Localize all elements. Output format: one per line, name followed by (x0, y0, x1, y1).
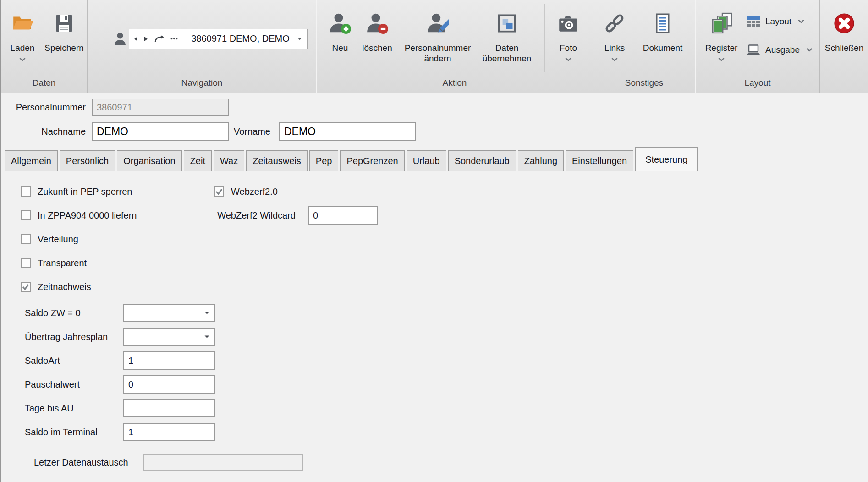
tab-urlaub[interactable]: Urlaub (407, 150, 446, 171)
field-row: Pauschalwert (25, 375, 868, 394)
ribbon-group-layout: Register Layout (696, 0, 819, 93)
neu-label: Neu (332, 43, 348, 53)
close-icon (833, 11, 856, 36)
nav-ellipsis-icon[interactable] (170, 38, 178, 40)
user-remove-icon (366, 11, 389, 36)
tab-sonderurlaub[interactable]: Sonderurlaub (448, 150, 516, 171)
group-label-layout: Layout (696, 77, 819, 93)
checkbox-label: Zeitnachweis (38, 282, 91, 292)
ribbon: Laden (1, 0, 868, 93)
saldo-im-terminal-input[interactable] (123, 423, 215, 441)
combo-arrow-icon[interactable] (204, 335, 209, 338)
save-icon (53, 11, 75, 36)
personalnummer-field (92, 99, 229, 116)
nachname-label: Nachname (1, 122, 86, 141)
daten-uebernehmen-label: Daten übernehmen (478, 43, 536, 64)
ribbon-group-sonstiges: Links (593, 0, 695, 93)
laden-button[interactable]: Laden (4, 0, 41, 77)
tab-zeit[interactable]: Zeit (184, 150, 212, 171)
pauschalwert-input[interactable] (123, 375, 215, 394)
nav-previous-icon[interactable] (134, 36, 138, 42)
monitor-icon (746, 44, 761, 55)
user-edit-icon (426, 11, 449, 36)
chevron-down-icon (565, 55, 571, 59)
checkbox-label: In ZPPA904 0000 liefern (38, 210, 137, 221)
register-label: Register (705, 43, 738, 53)
tage-bis-au-label: Tage bis AU (25, 403, 123, 414)
camera-icon (557, 11, 580, 36)
links-button[interactable]: Links (595, 0, 634, 77)
webzerf2-checkbox[interactable] (214, 186, 224, 197)
vorname-field[interactable] (279, 122, 416, 141)
layout-button[interactable]: Layout (746, 14, 813, 29)
layout-label: Layout (765, 16, 791, 27)
webzerf2-wildcard-label: WebZerf2 Wildcard (209, 210, 296, 221)
grid-icon (746, 16, 761, 27)
daten-uebernehmen-button[interactable]: Daten übernehmen (478, 0, 536, 77)
tab-allgemein[interactable]: Allgemein (5, 150, 58, 171)
ribbon-group-navigation: 3860971 DEMO, DEMO Navigation (88, 0, 316, 93)
record-navigator[interactable]: 3860971 DEMO, DEMO (129, 29, 308, 49)
saldoart-input[interactable] (123, 351, 215, 370)
checkmark-icon (22, 284, 29, 290)
neu-button[interactable]: Neu (323, 0, 357, 77)
zeitnachweis-checkbox[interactable] (21, 282, 31, 292)
tab-organisation[interactable]: Organisation (117, 150, 181, 171)
tab-steuerung[interactable]: Steuerung (635, 147, 698, 171)
webzerf2-wildcard-input[interactable] (308, 206, 378, 225)
link-icon (603, 11, 626, 36)
zppa904-checkbox[interactable] (21, 210, 31, 220)
tage-bis-au-input[interactable] (123, 399, 215, 417)
ausgabe-button[interactable]: Ausgabe (746, 42, 813, 58)
tab-pep[interactable]: Pep (309, 150, 339, 171)
ribbon-group-daten: Laden (1, 0, 87, 93)
chevron-down-icon (611, 55, 618, 59)
group-label-sonstiges: Sonstiges (593, 77, 695, 93)
group-label-aktion: Aktion (317, 77, 593, 93)
group-label-empty (820, 77, 868, 93)
field-row: Saldo im Terminal (25, 423, 868, 441)
chevron-down-icon (806, 48, 813, 52)
schliessen-button[interactable]: Schließen (820, 0, 868, 77)
steuerung-panel: Zukunft in PEP sperren Webzerf2.0 In ZPP… (1, 171, 868, 471)
register-pages-icon (709, 11, 734, 36)
field-row: Saldo ZW = 0 (25, 304, 868, 322)
dropdown-arrow-icon[interactable] (297, 37, 302, 40)
personalnummer-aendern-button[interactable]: Personalnummer ändern (397, 0, 478, 77)
saldo-im-terminal-label: Saldo im Terminal (25, 427, 123, 438)
verteilung-checkbox[interactable] (21, 234, 31, 244)
checkmark-icon (215, 188, 223, 195)
personalnummer-label: Personalnummer (1, 99, 86, 116)
dokument-button[interactable]: Dokument (634, 0, 692, 77)
foto-button[interactable]: Foto (546, 0, 590, 77)
checkbox-row: Zeitnachweis (21, 282, 868, 292)
chevron-down-icon (19, 55, 26, 59)
letzer-datenaustausch-label: Letzer Datenaustausch (34, 457, 137, 468)
pauschalwert-label: Pauschalwert (25, 379, 123, 390)
combo-arrow-icon[interactable] (204, 312, 209, 314)
tab-einstellungen[interactable]: Einstellungen (566, 150, 633, 171)
person-icon (114, 32, 126, 46)
transparent-checkbox[interactable] (21, 258, 31, 268)
checkbox-label: Verteilung (38, 234, 78, 245)
uebertrag-jahresplan-combobox[interactable] (123, 328, 215, 346)
application-window: Laden (0, 0, 868, 482)
zukunft-pep-sperren-checkbox[interactable] (21, 186, 31, 197)
speichern-button[interactable]: Speichern (41, 0, 87, 77)
loeschen-button[interactable]: löschen (357, 0, 397, 77)
uebertrag-jahresplan-label: Übertrag Jahresplan (25, 332, 123, 342)
saldo-zw-label: Saldo ZW = 0 (25, 308, 123, 318)
nav-next-icon[interactable] (144, 36, 148, 42)
tab-pepgrenzen[interactable]: PepGrenzen (340, 150, 404, 171)
checkbox-row: Verteilung (21, 234, 868, 244)
tab-zahlung[interactable]: Zahlung (518, 150, 564, 171)
saldo-zw-combobox[interactable] (123, 304, 215, 322)
ribbon-inner-separator (544, 4, 545, 72)
tab-persoenlich[interactable]: Persönlich (60, 150, 115, 171)
tab-strip: Allgemein Persönlich Organisation Zeit W… (1, 148, 868, 171)
nav-redo-icon[interactable] (154, 35, 165, 43)
register-button[interactable]: Register (699, 0, 743, 77)
tab-waz[interactable]: Waz (214, 150, 244, 171)
open-folder-icon (11, 11, 34, 36)
tab-zeitausweis[interactable]: Zeitausweis (246, 150, 308, 171)
